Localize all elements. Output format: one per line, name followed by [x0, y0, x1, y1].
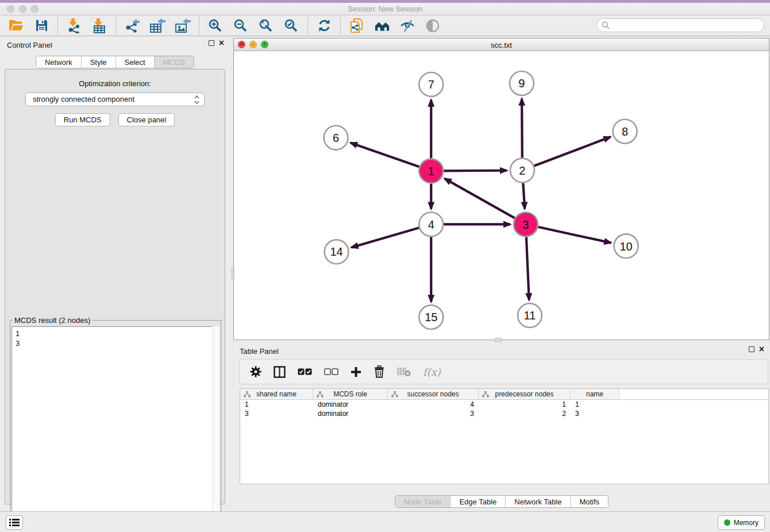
tab-select[interactable]: Select: [116, 56, 155, 68]
open-folder-icon[interactable]: [8, 18, 24, 34]
node-1[interactable]: 1: [419, 159, 443, 183]
node-table-header: shared nameMCDS rolesuccessor nodesprede…: [240, 389, 768, 400]
export-network-icon[interactable]: [124, 18, 140, 34]
node-4[interactable]: 4: [419, 212, 443, 236]
node-2[interactable]: 2: [510, 159, 534, 183]
column-label: shared name: [256, 390, 297, 398]
save-session-icon[interactable]: [33, 18, 49, 34]
zoom-out-icon[interactable]: [233, 18, 249, 34]
show-panels-eye-icon[interactable]: [425, 18, 441, 34]
cell[interactable]: 1: [571, 400, 619, 409]
splitter-handle-horizontal[interactable]: [495, 338, 502, 342]
search-input[interactable]: [610, 21, 764, 30]
node-6[interactable]: 6: [324, 126, 348, 150]
tab-network-table[interactable]: Network Table: [506, 496, 571, 507]
table-settings-gear-icon[interactable]: [250, 366, 261, 377]
tab-node-table[interactable]: Node Table: [395, 496, 451, 507]
result-scrollbar[interactable]: [212, 326, 220, 532]
edge-2-3[interactable]: [523, 183, 525, 209]
column-label: predecessor nodes: [495, 390, 553, 398]
node-7[interactable]: 7: [419, 72, 443, 97]
close-table-panel-icon[interactable]: ×: [759, 346, 764, 352]
cell[interactable]: 2: [479, 409, 571, 418]
home-layout-icon[interactable]: [374, 18, 390, 34]
node-10[interactable]: 10: [614, 234, 638, 258]
node-14[interactable]: 14: [325, 240, 349, 264]
control-panel-tabs: Network Style Select MCDS: [36, 56, 194, 68]
export-image-icon[interactable]: [175, 18, 191, 34]
edge-1-2[interactable]: [444, 171, 507, 171]
edge-4-14[interactable]: [351, 228, 419, 248]
main-toolbar: [0, 16, 770, 36]
select-all-checkboxes-icon[interactable]: [298, 368, 312, 376]
optimization-criterion-select[interactable]: strongly connected component: [25, 92, 205, 106]
svg-text:9: 9: [518, 77, 525, 90]
cell[interactable]: dominator: [313, 400, 388, 409]
cell[interactable]: dominator: [313, 409, 388, 418]
show-columns-icon[interactable]: [274, 366, 286, 378]
edge-3-11[interactable]: [526, 237, 529, 300]
hide-panels-eye-icon[interactable]: [399, 18, 415, 34]
add-column-plus-icon[interactable]: [351, 367, 361, 377]
clone-network-icon[interactable]: [349, 18, 365, 34]
float-panel-icon[interactable]: [209, 40, 214, 46]
export-table-icon[interactable]: [149, 18, 165, 34]
tab-style[interactable]: Style: [82, 56, 116, 68]
column-header-name[interactable]: name: [571, 389, 619, 399]
column-header-shared-name[interactable]: shared name: [240, 389, 313, 399]
toolbar-search[interactable]: [596, 18, 764, 32]
network-window-title: scc.txt: [234, 41, 769, 49]
memory-button[interactable]: Memory: [718, 515, 765, 530]
tab-motifs[interactable]: Motifs: [571, 496, 608, 507]
close-panel-button[interactable]: Close panel: [118, 113, 175, 126]
zoom-selected-icon[interactable]: [283, 18, 299, 34]
network-canvas[interactable]: 7968124314101511: [234, 51, 769, 340]
mcds-result-text[interactable]: 1 3: [11, 326, 220, 532]
column-header-predecessor-nodes[interactable]: predecessor nodes: [479, 389, 571, 399]
cell[interactable]: 3: [388, 409, 479, 418]
splitter-handle-vertical[interactable]: [232, 268, 234, 279]
cell[interactable]: 3: [571, 409, 619, 418]
svg-text:4: 4: [428, 218, 434, 231]
zoom-fit-icon[interactable]: [258, 18, 274, 34]
svg-text:2: 2: [519, 164, 525, 177]
tab-mcds[interactable]: MCDS: [155, 56, 194, 68]
node-9[interactable]: 9: [510, 71, 534, 95]
node-11[interactable]: 11: [518, 303, 542, 327]
float-table-panel-icon[interactable]: [749, 346, 754, 352]
table-row[interactable]: 3dominator323: [240, 409, 768, 418]
optimization-criterion-label: Optimization criterion:: [5, 79, 225, 88]
import-network-icon[interactable]: [66, 18, 82, 34]
function-builder-icon-disabled: f(x): [423, 366, 441, 378]
edge-2-8[interactable]: [534, 137, 610, 165]
edge-1-6[interactable]: [351, 143, 419, 167]
task-history-button[interactable]: [6, 515, 23, 530]
node-3[interactable]: 3: [514, 212, 538, 236]
run-mcds-button[interactable]: Run MCDS: [55, 113, 110, 126]
network-view-window: ✕ − + scc.txt 7968124314101511: [233, 38, 769, 340]
node-8[interactable]: 8: [613, 119, 637, 144]
tab-network[interactable]: Network: [36, 56, 82, 68]
cell[interactable]: 4: [388, 400, 479, 409]
tab-edge-table[interactable]: Edge Table: [451, 496, 506, 507]
edge-3-10[interactable]: [538, 227, 611, 243]
cell[interactable]: 1: [479, 400, 571, 409]
network-window-titlebar[interactable]: ✕ − + scc.txt: [234, 38, 769, 51]
cell[interactable]: 1: [240, 400, 313, 409]
cell[interactable]: 3: [240, 409, 313, 418]
node-table[interactable]: shared nameMCDS rolesuccessor nodesprede…: [240, 388, 769, 484]
table-row[interactable]: 1dominator411: [240, 400, 768, 409]
deselect-all-checkboxes-icon[interactable]: [324, 368, 338, 376]
column-header-successor-nodes[interactable]: successor nodes: [388, 389, 479, 399]
edge-3-1[interactable]: [445, 179, 515, 218]
import-table-icon[interactable]: [91, 18, 107, 34]
column-header-MCDS-role[interactable]: MCDS role: [313, 389, 388, 399]
zoom-in-icon[interactable]: [207, 18, 224, 34]
delete-column-trash-icon[interactable]: [374, 365, 385, 378]
network-graph[interactable]: 7968124314101511: [234, 51, 769, 340]
close-panel-icon[interactable]: ×: [219, 40, 224, 46]
refresh-icon[interactable]: [316, 18, 332, 34]
edge-2-9[interactable]: [522, 99, 522, 158]
node-15[interactable]: 15: [419, 305, 443, 329]
mcds-result-fieldset: MCDS result (2 nodes) 1 3: [10, 320, 221, 532]
